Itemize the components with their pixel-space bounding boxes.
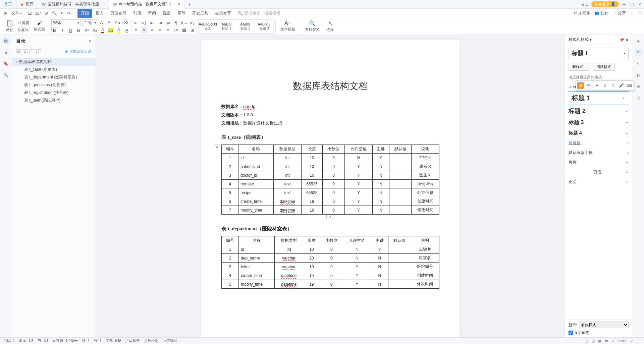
style-list-item[interactable]: 超链接a xyxy=(565,138,632,148)
font-size-select[interactable]: 二号▾ xyxy=(82,19,98,26)
align-left-button[interactable]: ≡ xyxy=(133,27,139,33)
grow-font-icon[interactable]: A⁺ xyxy=(100,19,106,25)
tab-home[interactable]: 首页 xyxy=(0,0,16,9)
ime-emoji-button[interactable]: ☺ xyxy=(602,82,608,89)
text-layout-button[interactable]: 文字排版 xyxy=(279,26,297,33)
format-painter-button[interactable]: 格式刷 xyxy=(33,26,46,33)
minimize-icon[interactable]: — xyxy=(622,2,626,7)
line-spacing-button[interactable]: ↕≡ xyxy=(173,27,179,33)
command-search[interactable]: 🔍 查找命令、搜索模板 xyxy=(238,10,280,16)
status-item[interactable]: 列: 1 xyxy=(94,338,102,343)
char-border-button[interactable]: A̲ xyxy=(124,27,130,33)
numbering-button[interactable]: ≡1 xyxy=(141,20,147,26)
outline-item[interactable]: 表 t_case (病例表) xyxy=(12,66,96,73)
table-move-handle[interactable]: ✥ xyxy=(214,144,220,150)
bullets-button[interactable]: ≡· xyxy=(133,20,139,26)
subscript-button[interactable]: X₂ xyxy=(92,27,98,33)
tab-add[interactable]: + xyxy=(185,1,195,7)
menu-tab-审阅[interactable]: 审阅 xyxy=(145,9,159,18)
close-icon[interactable]: ✕ xyxy=(638,2,641,7)
borders-button[interactable]: ⊞ xyxy=(189,27,195,33)
bold-button[interactable]: B xyxy=(51,27,57,33)
tab-docer[interactable]: ◆稻壳 xyxy=(16,0,38,9)
style-gallery-item[interactable]: AaBb(标题 1 xyxy=(217,20,236,33)
status-item[interactable]: 节: 1/1 xyxy=(38,338,48,343)
menu-tab-插入[interactable]: 插入 xyxy=(92,9,107,18)
align-center-button[interactable]: ≡ xyxy=(141,27,147,33)
style-gallery-item[interactable]: AaBbC(标题 3 xyxy=(255,20,274,33)
style-gallery-item[interactable]: AaBb(标题 2 xyxy=(236,20,255,33)
tab-button[interactable]: ⇄ xyxy=(165,20,171,26)
outline-item[interactable]: 表 t_registration (挂号表) xyxy=(12,89,96,97)
copy-button[interactable]: ⎘ 复制 xyxy=(17,27,31,33)
outline-rail-icon[interactable]: ▤ xyxy=(3,38,9,44)
undo-icon[interactable]: ↶ xyxy=(60,11,64,16)
more-icon[interactable]: ⋮ xyxy=(630,11,634,16)
zoom-in-icon[interactable]: ⊕ xyxy=(631,339,634,343)
status-item[interactable]: 拼写检查 xyxy=(125,338,140,343)
collab-button[interactable]: 👥 协作 xyxy=(594,10,608,16)
menu-tab-引用[interactable]: 引用 xyxy=(130,9,145,18)
collapse-ribbon-icon[interactable]: ⌃ xyxy=(638,11,641,16)
ime-edit-button[interactable]: ✎ xyxy=(610,82,616,89)
italic-button[interactable]: I xyxy=(59,27,65,33)
read-view-icon[interactable]: ▭ xyxy=(605,339,608,343)
bookmark-rail-icon[interactable]: 🔖 xyxy=(3,60,9,67)
style-list-item[interactable]: 标题 4↵ xyxy=(565,128,632,138)
more-rail-icon[interactable]: ⊕ xyxy=(635,83,642,90)
tab-doc-2-active[interactable]: Wdandp预约挂...数据库文档1.1○ ✕ xyxy=(109,0,184,9)
sync-status[interactable]: ⟳ 未同步 xyxy=(574,10,590,16)
properties-rail-icon[interactable]: ◈ xyxy=(635,38,642,44)
status-item[interactable]: 字数: 848 xyxy=(106,338,121,343)
underline-button[interactable]: U xyxy=(67,27,73,33)
outline-item[interactable]: 表 t_department (医院科室表) xyxy=(12,73,96,81)
loc-rail-icon[interactable]: ◎ xyxy=(635,95,642,101)
char-scale-button[interactable]: A↔ xyxy=(181,20,187,26)
bg-color-button[interactable]: A xyxy=(116,27,122,33)
ime-voice-button[interactable]: 🎤 xyxy=(618,82,624,89)
share-button[interactable]: ↗ 分享 xyxy=(613,10,626,16)
saveas-icon[interactable]: 🖫⁺ xyxy=(35,11,41,16)
font-color-button[interactable]: A xyxy=(100,27,106,33)
style-list-item[interactable]: 正文↵ xyxy=(565,177,632,187)
font-name-select[interactable]: 宋体▾ xyxy=(51,19,81,26)
outline-expand-icon[interactable]: ⊞ xyxy=(16,49,21,54)
web-view-icon[interactable]: ▤ xyxy=(591,339,595,343)
highlight-button[interactable]: ab xyxy=(108,27,114,33)
align-right-button[interactable]: ≡ xyxy=(149,27,155,33)
menu-tab-章节[interactable]: 章节 xyxy=(174,9,189,18)
ime-lang-button[interactable]: 中 xyxy=(586,82,592,89)
menu-tab-视图[interactable]: 视图 xyxy=(159,9,174,18)
outline-view-icon[interactable]: ▦ xyxy=(598,339,601,343)
menu-tab-开始[interactable]: 开始 xyxy=(77,9,92,18)
calendar-icon[interactable]: ⊞ 1 xyxy=(581,2,588,7)
select-icon[interactable]: ↖ xyxy=(328,20,332,26)
status-item[interactable]: 页码: 1 xyxy=(3,338,15,343)
canvas-area[interactable]: 📄 数据库表结构文档 数据库名：dandp 文档版本：1.0.0 文档描述：数据… xyxy=(96,35,565,337)
status-item[interactable]: 页面: 1/3 xyxy=(19,338,33,343)
ime-punct-button[interactable]: •• xyxy=(594,82,600,89)
outline-item[interactable]: 表 t_questions (问答表) xyxy=(12,81,96,89)
show-preview-checkbox[interactable]: 显示预览 xyxy=(569,330,629,335)
cut-button[interactable]: ✂ 剪切 xyxy=(17,20,31,26)
sort-button[interactable]: ≡↓ xyxy=(189,20,195,26)
paste-icon[interactable]: 📋 xyxy=(6,19,13,27)
outline-item[interactable]: 表 t_user (系统用户) xyxy=(12,97,96,104)
strike-button[interactable]: S xyxy=(75,27,82,33)
shading-button[interactable]: ▦ xyxy=(181,27,187,33)
select-rail-icon[interactable]: ↖ xyxy=(635,60,642,67)
indent-button[interactable]: ⇥ xyxy=(157,20,163,26)
style-list-item[interactable]: 标题 3↵ xyxy=(565,117,632,128)
pin-icon[interactable]: 📌 xyxy=(619,38,624,42)
layout-view-icon[interactable]: ▢ xyxy=(585,339,588,343)
ime-keyboard-button[interactable]: ⌨ xyxy=(626,82,632,89)
zoom-level[interactable]: 120% xyxy=(618,339,627,343)
print-icon[interactable]: 🖨 xyxy=(45,11,49,16)
style-list-item[interactable]: 标题 2↵ xyxy=(565,105,632,117)
status-item[interactable]: 文档校对 xyxy=(144,338,159,343)
superscript-button[interactable]: X² xyxy=(84,27,90,33)
shapes-rail-icon[interactable]: ◐ xyxy=(635,72,642,78)
fit-icon[interactable]: ⛶ xyxy=(637,339,641,343)
outline-down-icon[interactable]: ↓ xyxy=(36,49,41,54)
hamburger-icon[interactable]: ≡ xyxy=(3,11,8,16)
